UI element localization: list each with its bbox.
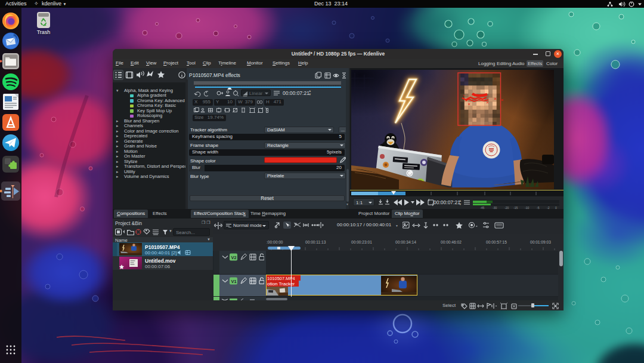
svg-text:00:00:23:01: 00:00:23:01 — [351, 240, 372, 244]
svg-text::00:00:00: :00:00:00 — [267, 240, 283, 244]
svg-text:00:01:09:03: 00:01:09:03 — [530, 240, 551, 244]
svg-text:00:00:11:13: 00:00:11:13 — [305, 240, 326, 244]
svg-text:V1: V1 — [231, 279, 237, 284]
svg-text:00:00:34:14: 00:00:34:14 — [395, 240, 416, 244]
svg-text:V2: V2 — [231, 255, 237, 260]
svg-text:00:00:46:02: 00:00:46:02 — [441, 240, 462, 244]
svg-text:00:00:57:15: 00:00:57:15 — [486, 240, 507, 244]
